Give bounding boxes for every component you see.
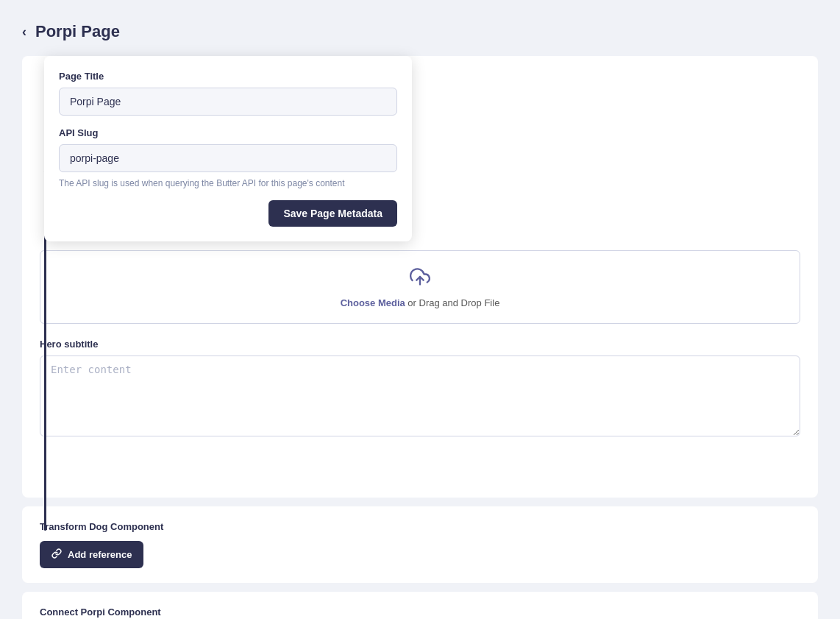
- api-slug-label: API Slug: [59, 127, 397, 138]
- transform-dog-section: Transform Dog Component Add reference: [22, 506, 818, 583]
- hero-subtitle-textarea[interactable]: [40, 356, 800, 436]
- back-button[interactable]: ‹: [22, 24, 26, 40]
- api-slug-input[interactable]: [59, 144, 397, 172]
- hero-subtitle-field-row: Hero subtitle: [40, 339, 800, 439]
- main-content-card: Page Title API Slug The API slug is used…: [22, 56, 818, 498]
- upload-icon: [410, 266, 430, 291]
- page-metadata-popup: Page Title API Slug The API slug is used…: [44, 56, 412, 241]
- connect-porpi-section: Connect Porpi Component Add reference: [22, 592, 818, 619]
- media-field-row: Choose Media or Drag and Drop File: [40, 250, 800, 324]
- drag-drop-text: or Drag and Drop File: [405, 297, 500, 308]
- link-icon-1: [51, 548, 62, 561]
- transform-dog-label: Transform Dog Component: [40, 521, 800, 532]
- connect-porpi-label: Connect Porpi Component: [40, 606, 800, 618]
- api-slug-hint: The API slug is used when querying the B…: [59, 178, 397, 188]
- transform-dog-button-label: Add reference: [68, 549, 132, 560]
- media-upload-text: Choose Media or Drag and Drop File: [341, 297, 500, 308]
- page-title-label: Page Title: [59, 71, 397, 82]
- choose-media-link[interactable]: Choose Media: [341, 297, 405, 308]
- page-header: ‹ Porpi Page: [0, 15, 840, 56]
- hero-subtitle-label: Hero subtitle: [40, 339, 800, 350]
- page-wrapper: ‹ Porpi Page Page Title API Slug The API…: [0, 0, 840, 619]
- transform-dog-add-reference-button[interactable]: Add reference: [40, 541, 143, 568]
- media-upload-box[interactable]: Choose Media or Drag and Drop File: [40, 250, 800, 324]
- save-metadata-button[interactable]: Save Page Metadata: [268, 200, 397, 227]
- page-title: Porpi Page: [35, 22, 120, 41]
- page-title-input[interactable]: [59, 88, 397, 116]
